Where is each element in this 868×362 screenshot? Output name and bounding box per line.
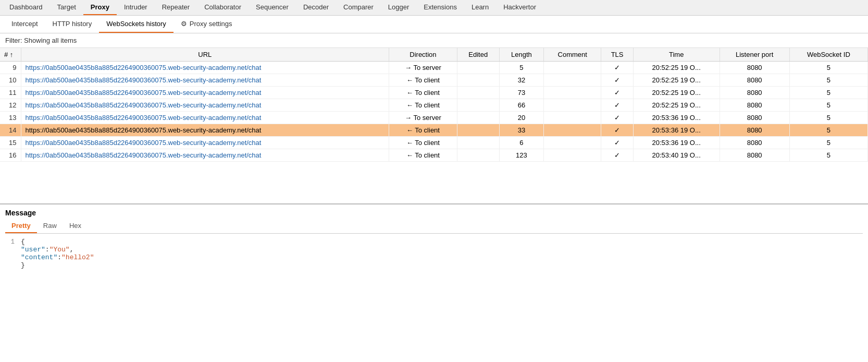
json-plain: :	[45, 246, 49, 254]
table-cell	[457, 149, 499, 162]
table-cell: 10	[0, 74, 21, 87]
table-cell: 9	[0, 62, 21, 74]
table-cell	[457, 99, 499, 112]
filter-text: Filter: Showing all items	[5, 37, 77, 44]
table-cell[interactable]: https://0ab500ae0435b8a885d2264900360075…	[21, 137, 389, 149]
table-header-row: # ↑ URL Direction Edited Length Comment …	[0, 48, 868, 62]
table-cell	[457, 112, 499, 124]
top-nav-item-extensions[interactable]: Extensions	[416, 0, 464, 15]
json-brace: }	[21, 261, 25, 269]
col-header-port[interactable]: Listener port	[720, 48, 789, 62]
top-nav-item-repeater[interactable]: Repeater	[155, 0, 197, 15]
table-cell	[544, 149, 601, 162]
col-header-url[interactable]: URL	[21, 48, 389, 62]
table-cell: 123	[499, 149, 543, 162]
json-plain: :	[57, 254, 61, 261]
sub-nav: InterceptHTTP historyWebSockets history⚙…	[0, 16, 868, 33]
table-cell: 16	[0, 149, 21, 162]
table-area[interactable]: # ↑ URL Direction Edited Length Comment …	[0, 48, 868, 204]
message-tab-raw[interactable]: Raw	[37, 219, 63, 233]
message-tab-pretty[interactable]: Pretty	[5, 219, 37, 233]
table-row[interactable]: 14https://0ab500ae0435b8a885d22649003600…	[0, 124, 868, 137]
table-cell[interactable]: https://0ab500ae0435b8a885d2264900360075…	[21, 149, 389, 162]
table-cell[interactable]: https://0ab500ae0435b8a885d2264900360075…	[21, 74, 389, 87]
table-cell	[457, 74, 499, 87]
top-nav-item-dashboard[interactable]: Dashboard	[2, 0, 50, 15]
table-cell[interactable]: https://0ab500ae0435b8a885d2264900360075…	[21, 87, 389, 99]
table-cell: ← To client	[389, 149, 457, 162]
line-content: "user":"You",	[21, 246, 73, 254]
table-cell	[457, 87, 499, 99]
table-cell: 66	[499, 99, 543, 112]
table-cell: 5	[789, 137, 867, 149]
top-nav-item-decoder[interactable]: Decoder	[296, 0, 336, 15]
top-nav-item-proxy[interactable]: Proxy	[83, 0, 117, 15]
table-cell: → To server	[389, 62, 457, 74]
sub-nav-item-http-history[interactable]: HTTP history	[45, 16, 100, 33]
filter-bar: Filter: Showing all items	[0, 33, 868, 48]
table-row[interactable]: 13https://0ab500ae0435b8a885d22649003600…	[0, 112, 868, 124]
message-title: Message	[5, 209, 863, 217]
table-cell: 33	[499, 124, 543, 137]
table-cell: 20	[499, 112, 543, 124]
table-row[interactable]: 12https://0ab500ae0435b8a885d22649003600…	[0, 99, 868, 112]
top-nav-item-logger[interactable]: Logger	[381, 0, 416, 15]
col-header-edited[interactable]: Edited	[457, 48, 499, 62]
table-cell	[544, 124, 601, 137]
col-header-time[interactable]: Time	[633, 48, 720, 62]
table-row[interactable]: 15https://0ab500ae0435b8a885d22649003600…	[0, 137, 868, 149]
table-row[interactable]: 11https://0ab500ae0435b8a885d22649003600…	[0, 87, 868, 99]
top-nav-item-comparer[interactable]: Comparer	[336, 0, 381, 15]
table-cell[interactable]: https://0ab500ae0435b8a885d2264900360075…	[21, 62, 389, 74]
sub-nav-item-websockets-history[interactable]: WebSockets history	[99, 16, 173, 33]
table-cell: 8080	[720, 87, 789, 99]
top-nav-item-target[interactable]: Target	[50, 0, 83, 15]
table-cell: 73	[499, 87, 543, 99]
table-cell: 11	[0, 87, 21, 99]
top-nav-item-sequencer[interactable]: Sequencer	[249, 0, 296, 15]
table-row[interactable]: 9https://0ab500ae0435b8a885d226490036007…	[0, 62, 868, 74]
table-row[interactable]: 16https://0ab500ae0435b8a885d22649003600…	[0, 149, 868, 162]
col-header-comment[interactable]: Comment	[544, 48, 601, 62]
table-cell: 5	[789, 112, 867, 124]
table-cell: 8080	[720, 112, 789, 124]
top-nav-item-intruder[interactable]: Intruder	[117, 0, 155, 15]
message-tab-hex[interactable]: Hex	[63, 219, 88, 233]
top-nav-item-collaborator[interactable]: Collaborator	[197, 0, 249, 15]
line-number: 1	[5, 238, 21, 246]
json-key: "content"	[21, 254, 57, 261]
top-nav-item-learn[interactable]: Learn	[464, 0, 496, 15]
col-header-wsid[interactable]: WebSocket ID	[789, 48, 867, 62]
sub-nav-item-proxy-settings[interactable]: ⚙Proxy settings	[173, 16, 240, 33]
table-cell: 5	[789, 124, 867, 137]
table-cell: ← To client	[389, 99, 457, 112]
table-cell: → To server	[389, 112, 457, 124]
col-header-tls[interactable]: TLS	[601, 48, 633, 62]
table-cell: ← To client	[389, 124, 457, 137]
sub-nav-label: WebSockets history	[106, 20, 166, 28]
message-tabs: PrettyRawHex	[5, 219, 863, 234]
col-header-length[interactable]: Length	[499, 48, 543, 62]
table-cell: 8080	[720, 137, 789, 149]
table-cell: 20:53:36 19 O...	[633, 124, 720, 137]
table-cell[interactable]: https://0ab500ae0435b8a885d2264900360075…	[21, 99, 389, 112]
table-cell	[544, 62, 601, 74]
table-cell: ← To client	[389, 137, 457, 149]
table-cell[interactable]: https://0ab500ae0435b8a885d2264900360075…	[21, 112, 389, 124]
sub-nav-item-intercept[interactable]: Intercept	[4, 16, 45, 33]
top-nav-item-hackvertor[interactable]: Hackvertor	[496, 0, 543, 15]
table-cell: 5	[789, 99, 867, 112]
table-cell	[457, 124, 499, 137]
col-header-direction[interactable]: Direction	[389, 48, 457, 62]
table-row[interactable]: 10https://0ab500ae0435b8a885d22649003600…	[0, 74, 868, 87]
table-cell: ✓	[601, 99, 633, 112]
code-line: 1{	[5, 238, 863, 246]
table-cell: ✓	[601, 137, 633, 149]
table-cell: 12	[0, 99, 21, 112]
line-number	[5, 254, 21, 254]
col-header-hash[interactable]: # ↑	[0, 48, 21, 62]
line-content: }	[21, 261, 25, 269]
table-cell[interactable]: https://0ab500ae0435b8a885d2264900360075…	[21, 124, 389, 137]
table-cell	[544, 74, 601, 87]
gear-icon: ⚙	[181, 20, 187, 28]
